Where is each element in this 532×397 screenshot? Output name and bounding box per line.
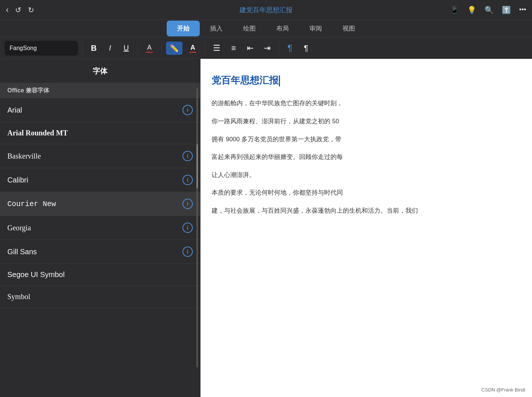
tab-start[interactable]: 开始 xyxy=(167,21,200,36)
font-item-baskerville[interactable]: Baskerville i xyxy=(0,144,200,168)
search-icon[interactable]: 🔍 xyxy=(485,6,494,14)
font-item-georgia[interactable]: Georgia i xyxy=(0,216,200,240)
divider-4 xyxy=(205,42,205,55)
watermark: CSDN @Frank Bindi xyxy=(482,387,525,393)
doc-title-text: 党百年思想汇报 xyxy=(212,74,514,87)
scroll-indicator xyxy=(196,88,198,368)
font-item-segoe[interactable]: Segoe UI Symbol xyxy=(0,264,200,286)
font-name-courier-new: Courier New xyxy=(7,200,56,208)
font-color-underline xyxy=(146,52,153,53)
font-info-icon-arial[interactable]: i xyxy=(182,105,193,115)
main-area: 字体 Office 兼容字体 Arial i Arial Rounded MT … xyxy=(0,59,532,397)
doc-para-4: 富起来再到强起来的华丽嬗变。回顾你走过的每 xyxy=(212,152,514,163)
undo-icon[interactable]: ↺ xyxy=(15,6,21,14)
tab-bar: 开始 插入 绘图 布局 审阅 视图 xyxy=(0,20,532,38)
tab-layout[interactable]: 布局 xyxy=(266,21,299,36)
top-bar: ‹ ↺ ↻ 建党百年思想汇报 📱 💡 🔍 ⬆️ ••• xyxy=(0,0,532,20)
lightbulb-icon[interactable]: 💡 xyxy=(467,6,476,14)
tab-draw[interactable]: 绘图 xyxy=(233,21,266,36)
font-color-icon: A xyxy=(147,44,152,52)
font-name-arial-rounded: Arial Rounded MT xyxy=(7,129,68,137)
doc-para-1: 的游船舱内，在中华民族危亡图存的关键时刻， xyxy=(212,98,514,109)
font-panel: 字体 Office 兼容字体 Arial i Arial Rounded MT … xyxy=(0,59,201,397)
phone-icon[interactable]: 📱 xyxy=(450,6,459,14)
tab-review[interactable]: 审阅 xyxy=(299,21,332,36)
doc-para-2: 你一路风雨兼程、澎湃前行，从建党之初的 50 xyxy=(212,116,514,127)
underline-button[interactable]: U xyxy=(120,42,133,55)
doc-title-content: 党百年思想汇报 xyxy=(212,75,279,86)
font-color-button[interactable]: A xyxy=(142,42,157,55)
font-info-icon-courier[interactable]: i xyxy=(182,199,193,209)
scroll-thumb xyxy=(196,144,198,188)
toolbar: FangSong B I U A ✏️ A ☰ ≡ ⇤ ⇥ ¶ ¶ xyxy=(0,38,532,59)
font-name-georgia: Georgia xyxy=(7,224,31,232)
more-icon[interactable]: ••• xyxy=(519,6,526,14)
font-name-gill-sans: Gill Sans xyxy=(7,248,37,256)
font-name-arial: Arial xyxy=(7,106,22,114)
bullet-list-button[interactable]: ☰ xyxy=(209,42,224,55)
font-name-calibri: Calibri xyxy=(7,176,28,184)
italic-button[interactable]: I xyxy=(103,42,117,55)
doc-para-5: 让人心潮澎湃。 xyxy=(212,170,514,181)
divider-5 xyxy=(279,42,279,55)
font-color-a-button[interactable]: A xyxy=(185,42,200,55)
font-item-arial-rounded[interactable]: Arial Rounded MT xyxy=(0,122,200,144)
font-info-icon-baskerville[interactable]: i xyxy=(182,151,193,161)
doc-para-6: 本质的要求，无论何时何地，你都坚持与时代同 xyxy=(212,187,514,199)
highlight-icon: ✏️ xyxy=(170,44,179,53)
outdent-button[interactable]: ⇤ xyxy=(243,42,257,55)
font-item-gill-sans[interactable]: Gill Sans i xyxy=(0,240,200,264)
font-info-icon-georgia[interactable]: i xyxy=(182,223,193,233)
font-name-label: FangSong xyxy=(10,45,37,52)
doc-title: 建党百年思想汇报 xyxy=(240,6,292,14)
para-format-button[interactable]: ¶ xyxy=(283,42,297,55)
divider-1 xyxy=(82,42,83,55)
divider-3 xyxy=(161,42,162,55)
tab-view[interactable]: 视图 xyxy=(332,21,365,36)
font-name-symbol: Symbol xyxy=(7,293,30,301)
font-name-segoe: Segoe UI Symbol xyxy=(7,270,65,279)
highlight-button[interactable]: ✏️ xyxy=(166,42,182,55)
redo-icon[interactable]: ↻ xyxy=(28,6,34,14)
share-icon[interactable]: ⬆️ xyxy=(502,6,511,14)
font-section-header: Office 兼容字体 xyxy=(0,83,200,98)
font-info-icon-calibri[interactable]: i xyxy=(182,175,193,185)
font-item-calibri[interactable]: Calibri i xyxy=(0,168,200,192)
numbered-list-button[interactable]: ≡ xyxy=(227,42,240,55)
font-name-baskerville: Baskerville xyxy=(7,152,41,160)
tab-insert[interactable]: 插入 xyxy=(200,21,233,36)
font-item-symbol[interactable]: Symbol xyxy=(0,286,200,308)
font-info-icon-gill-sans[interactable]: i xyxy=(182,247,193,257)
font-panel-title: 字体 xyxy=(0,59,200,83)
doc-para-3: 拥有 9000 多万名党员的世界第一大执政党，带 xyxy=(212,134,514,145)
font-item-courier-new[interactable]: Courier New i xyxy=(0,192,200,216)
doc-area: 党百年思想汇报 的游船舱内，在中华民族危亡图存的关键时刻， 你一路风雨兼程、澎湃… xyxy=(201,59,532,397)
indent-button[interactable]: ⇥ xyxy=(260,42,274,55)
font-a-underline xyxy=(189,52,196,53)
doc-para-7: 建，与社会族展，与百姓同兴盛，永葆蓬勃向上的生机和活力。当前，我们 xyxy=(212,205,514,217)
font-selector-display[interactable]: FangSong xyxy=(4,41,78,56)
font-a-icon: A xyxy=(191,44,195,52)
divider-2 xyxy=(137,42,138,55)
nav-icons: ‹ ↺ ↻ xyxy=(6,5,79,15)
title-area: 建党百年思想汇报 xyxy=(79,6,453,14)
cursor xyxy=(279,75,280,86)
pilcrow-button[interactable]: ¶ xyxy=(299,42,313,55)
back-icon[interactable]: ‹ xyxy=(6,5,8,15)
right-icons: 📱 💡 🔍 ⬆️ ••• xyxy=(453,6,526,14)
font-item-arial[interactable]: Arial i xyxy=(0,98,200,122)
bold-button[interactable]: B xyxy=(87,42,100,55)
